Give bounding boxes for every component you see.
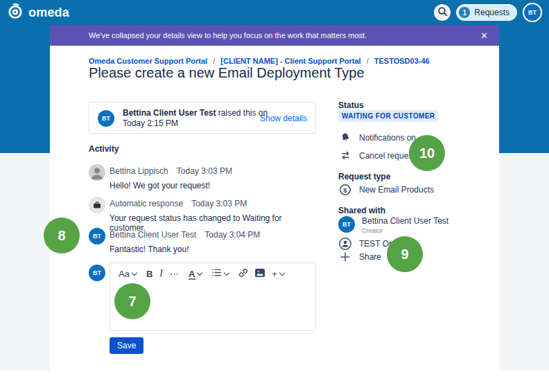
user-avatar[interactable]: BT [523, 3, 542, 22]
status-badge: WAITING FOR CUSTOMER [338, 110, 438, 122]
reporter-avatar: BT [98, 110, 114, 127]
bell-icon [338, 132, 352, 143]
creator-avatar: BT [338, 216, 355, 233]
banner-message: We've collapsed your details view to hel… [89, 31, 480, 39]
chevron-down-icon [224, 270, 229, 276]
comment-timestamp: Today 3:04 PM [204, 230, 260, 240]
insert-more-button[interactable]: + [272, 269, 284, 279]
close-icon[interactable]: ✕ [480, 31, 488, 40]
chevron-down-icon [197, 270, 202, 276]
editor-user-avatar: BT [89, 265, 105, 281]
breadcrumb-client-portal-link[interactable]: [CLIENT NAME] - Client Support Portal [220, 57, 360, 65]
page-title: Please create a new Email Deployment Typ… [89, 65, 365, 81]
share-action[interactable]: Share [338, 252, 381, 262]
request-type-row: $ New Email Products [338, 184, 434, 196]
requests-label: Requests [474, 8, 509, 17]
notifications-toggle[interactable]: Notifications on [338, 132, 416, 143]
share-label: Share [359, 252, 381, 262]
comment-timestamp: Today 3:03 PM [191, 199, 247, 208]
link-icon [238, 268, 248, 280]
text-color-button[interactable]: A [189, 269, 202, 279]
comment-author: Bettina Lippisch [110, 166, 168, 176]
collapse-details-banner: We've collapsed your details view to hel… [50, 25, 499, 46]
automation-bot-icon [89, 197, 105, 213]
comment-meta: Bettina Lippisch Today 3:03 PM [110, 164, 316, 176]
request-summary-card: BT Bettina Client User Test raised this … [89, 102, 316, 134]
breadcrumb-separator: / [367, 57, 369, 65]
image-icon [255, 269, 265, 279]
comment-body: Fantastic! Thank you! [110, 244, 316, 254]
cancel-request-label: Cancel request [359, 151, 415, 161]
top-navbar: omeda 1 Requests BT [0, 0, 549, 25]
show-details-link[interactable]: Show details [260, 114, 307, 123]
editor-toolbar: Aa B I ⋯ A [110, 263, 315, 284]
breadcrumb-portal-link[interactable]: Omeda Customer Support Portal [89, 57, 207, 65]
swap-arrows-icon [338, 150, 352, 161]
requests-count-badge: 1 [459, 7, 470, 18]
plus-icon [338, 252, 352, 262]
shared-person-row: BT Bettina Client User Test Creator [338, 216, 448, 234]
comment-timestamp: Today 3:03 PM [177, 166, 232, 176]
bold-button[interactable]: B [146, 269, 152, 279]
omeda-logo-icon [7, 3, 24, 22]
shared-with-heading: Shared with [338, 206, 385, 215]
chevron-down-icon [279, 270, 285, 276]
search-button[interactable] [434, 4, 451, 21]
activity-heading: Activity [89, 144, 119, 154]
list-button[interactable] [211, 268, 229, 279]
more-formatting-button[interactable]: ⋯ [170, 269, 179, 279]
main-content-card: We've collapsed your details view to hel… [50, 25, 499, 371]
save-button[interactable]: Save [110, 337, 143, 354]
brand-logo[interactable]: omeda [7, 3, 69, 22]
organization-icon [338, 237, 352, 251]
requests-button[interactable]: 1 Requests [456, 4, 517, 21]
agent-photo-avatar [89, 164, 105, 181]
breadcrumb: Omeda Customer Support Portal / [CLIENT … [89, 57, 430, 65]
bullet-list-icon [211, 268, 222, 279]
text-style-button[interactable]: Aa [119, 269, 137, 279]
comment-meta: Bettina Client User Test Today 3:04 PM [110, 228, 316, 240]
notifications-label: Notifications on [359, 133, 416, 143]
request-type-value: New Email Products [359, 185, 434, 195]
breadcrumb-ticket-link[interactable]: TESTOSD03-46 [374, 57, 430, 65]
insert-image-button[interactable] [255, 269, 265, 279]
reporter-name: Bettina Client User Test [123, 108, 216, 118]
comment-item: Bettina Lippisch Today 3:03 PM Hello! We… [89, 164, 316, 190]
brand-name: omeda [28, 6, 69, 20]
page: omeda 1 Requests BT We've collapsed your… [0, 0, 549, 392]
customer-avatar: BT [89, 228, 105, 244]
dollar-circle-icon: $ [338, 184, 352, 196]
svg-text:$: $ [343, 186, 347, 194]
link-button[interactable] [238, 268, 248, 280]
comment-item: BT Bettina Client User Test Today 3:04 P… [89, 228, 316, 254]
chevron-down-icon [132, 270, 137, 276]
annotation-circle-10: 10 [409, 135, 445, 171]
topbar-actions: 1 Requests BT [434, 3, 542, 22]
color-bar-icon [189, 278, 195, 280]
status-heading: Status [338, 100, 364, 110]
search-icon [437, 6, 448, 19]
breadcrumb-separator: / [213, 57, 215, 65]
cancel-request-action[interactable]: Cancel request [338, 150, 415, 161]
creator-role: Creator [362, 227, 448, 234]
comment-meta: Automatic response Today 3:03 PM [110, 197, 316, 208]
annotation-circle-7: 7 [114, 283, 150, 319]
annotation-circle-9: 9 [387, 236, 423, 272]
comment-author: Bettina Client User Test [110, 230, 196, 240]
request-type-heading: Request type [338, 172, 390, 181]
italic-button[interactable]: I [159, 268, 163, 279]
comment-author: Automatic response [110, 199, 183, 208]
creator-name: Bettina Client User Test [362, 216, 448, 226]
comment-body: Hello! We got your request! [110, 181, 316, 190]
annotation-circle-8: 8 [44, 217, 80, 253]
